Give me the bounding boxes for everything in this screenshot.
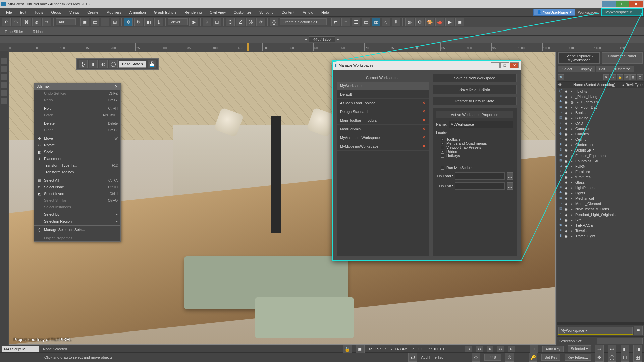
align-button[interactable]: ≡ [341,18,350,26]
goto-start-button[interactable]: |◂ [465,346,472,352]
visibility-icon[interactable]: ◉ [565,218,569,222]
rail-icon[interactable] [1,74,7,80]
add-key-button[interactable]: + [530,345,538,353]
time-slider[interactable]: ◂ 448 / 1250 ▸ [0,36,644,43]
ctx-move[interactable]: ✥MoveW [34,135,120,142]
isolate-icon[interactable]: ▣ [356,345,365,353]
frame-indicator[interactable]: 448 / 1250 [309,36,335,42]
workspace-alt-menu-and-toolbar[interactable]: Alt Menu and Toolbar✕ [337,99,429,107]
save-default-state-button[interactable]: Save Default State [433,85,517,94]
schematic-button[interactable]: ⬇ [392,18,400,26]
onload-browse[interactable]: … [507,172,513,180]
menu-group[interactable]: Group [47,9,65,16]
time-marker[interactable] [247,43,249,51]
workspace-myanimationworkspace[interactable]: MyAnimationWorkspace✕ [337,133,429,142]
visibility-icon[interactable]: ◉ [565,234,569,238]
keyfilters-button[interactable]: Key Filters... [565,354,591,361]
expand-icon[interactable]: ▸ [571,175,574,179]
undo-button[interactable]: ↶ [2,18,11,26]
pivot-button[interactable]: ◉ [189,18,198,26]
menu-create[interactable]: Create [83,9,102,16]
tab-time-slider[interactable]: Time Slider [2,28,26,35]
frame-field[interactable]: 448 [484,354,501,361]
visibility-icon[interactable]: ◉ [565,138,569,141]
nav-icon[interactable]: ◯ [608,353,616,362]
freeze-icon[interactable]: ◎ [571,100,575,104]
scene-item[interactable]: ◯◉▸_Lights [557,88,644,94]
ctx-delete[interactable]: DeleteDelete [34,120,120,127]
percent-snap-button[interactable]: % [246,18,255,26]
workspace-default[interactable]: Default [337,90,429,99]
visibility-icon[interactable]: ◉ [565,165,569,168]
visibility-icon[interactable]: ◉ [565,154,569,158]
ctx-manage-selection-sets-[interactable]: {}Manage Selection Sets... [34,226,120,233]
menu-tools[interactable]: Tools [31,9,47,16]
scene-item[interactable]: ≡◉▸Ceiling [557,137,644,142]
setkey-button[interactable]: Set Key [541,354,560,361]
selection-set-combo[interactable]: Create Selection Se ▾ [280,18,327,25]
key-icon[interactable]: ◨ [633,345,642,353]
expand-icon[interactable]: ▸ [571,202,574,206]
nav-icon[interactable]: ⊡ [621,353,629,362]
autokey-button[interactable]: Auto Key [542,346,564,352]
spinner-snap-button[interactable]: ⟳ [256,18,265,26]
visibility-icon[interactable]: ◉ [565,116,569,120]
nav-icon[interactable]: ✥ [595,353,604,362]
mirror-button[interactable]: ⇄ [331,18,340,26]
expand-icon[interactable]: ▸ [571,191,574,195]
ctx-transform-toolbox-[interactable]: Transform Toolbox... [34,169,120,175]
scene-item[interactable]: ▦◉▸Mechanical [557,196,644,201]
expand-icon[interactable]: ▸ [571,159,574,163]
redo-button[interactable]: ↷ [12,18,21,26]
workspace-selector[interactable]: MyWorkspace ▾ [602,9,642,16]
rotate-button[interactable]: ↻ [134,18,143,26]
expand-icon[interactable]: ▸ [571,170,574,174]
ctx-placement[interactable]: ⤓Placement [34,155,120,162]
nav-icon[interactable]: ▦ [633,353,642,362]
maximize-button[interactable]: □ [616,1,629,7]
workspace-myworkspace[interactable]: MyWorkspace [337,82,429,90]
menu-arnold[interactable]: Arnold [299,9,317,16]
unlink-button[interactable]: ⌀ [32,18,41,26]
visibility-icon[interactable]: ◉ [565,181,569,184]
expand-icon[interactable]: ▸ [571,127,574,131]
workspace-main-toolbar-modular[interactable]: Main Toolbar - modular✕ [337,116,429,125]
subtab-customize[interactable]: Customize [609,66,634,72]
ctx-select-invert[interactable]: ◩Select InvertCtrl+I [34,190,120,197]
visibility-icon[interactable]: ◉ [565,224,569,227]
delete-workspace-icon[interactable]: ✕ [422,135,425,140]
scene-item[interactable]: T◉▸furnitures [557,174,644,180]
visibility-icon[interactable]: ◉ [565,122,569,125]
menu-rendering[interactable]: Rendering [181,9,206,16]
layer2-button[interactable]: ▤ [362,18,370,26]
menu-graph-editors[interactable]: Graph Editors [150,9,181,16]
visibility-icon[interactable]: ◉ [565,132,569,136]
visibility-icon[interactable]: ◉ [565,202,569,206]
ctx-transform-type-in-[interactable]: Transform Type-In...F12 [34,162,120,169]
expand-icon[interactable]: ▸ [571,234,574,238]
rect-region-button[interactable]: ⬚ [101,18,109,26]
setkey-large-button[interactable]: 🔑 [529,353,537,362]
key-icon[interactable]: ◧ [621,345,629,353]
expand-icon[interactable]: ▸ [571,89,574,94]
workspace-mymodelingworkspace[interactable]: MyModelingWorkspace✕ [337,142,429,151]
expand-icon[interactable]: ▸ [571,180,574,185]
workspace-name-input[interactable] [449,121,513,128]
state-save-icon[interactable]: 💾 [148,60,156,68]
play-button[interactable]: ▶ [487,346,493,352]
visibility-icon[interactable]: ◉ [565,159,569,163]
expand-icon[interactable]: ▸ [571,95,574,99]
visibility-icon[interactable]: ◉ [565,197,569,200]
tab-scene-explorer[interactable]: Scene Explorer - MyWorkspace [558,52,600,64]
delete-workspace-icon[interactable]: ✕ [422,118,425,122]
state-icon[interactable]: ◯ [109,60,118,68]
menu-civil-view[interactable]: Civil View [206,9,229,16]
toggle-ribbon-button[interactable]: ▦ [372,18,380,26]
scene-item[interactable]: ▮◉▸Conference [557,142,644,147]
delete-workspace-icon[interactable]: ✕ [422,144,425,148]
expand-icon[interactable]: ▸ [571,223,574,228]
expand-icon[interactable]: ▸ [571,186,574,190]
expand-icon[interactable]: ▸ [571,207,574,212]
visibility-icon[interactable]: ◉ [565,89,569,93]
placement-button[interactable]: ⤓ [154,18,163,26]
